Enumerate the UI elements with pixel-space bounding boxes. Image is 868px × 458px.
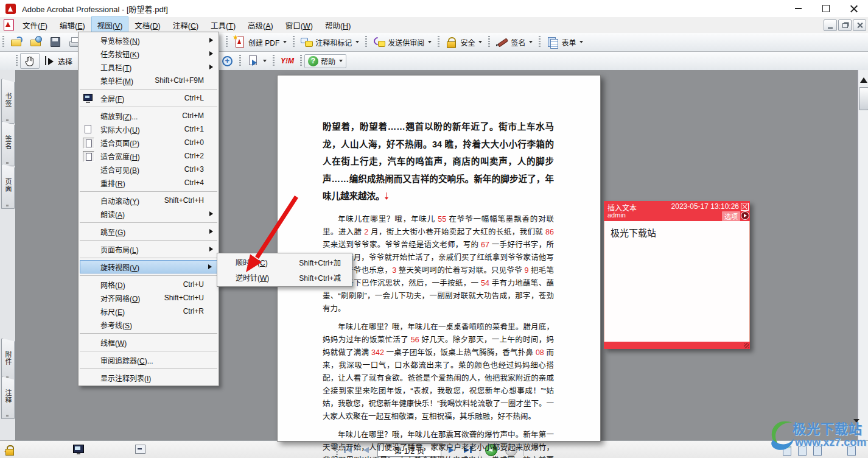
task-button-sign-pen[interactable]: 签名	[492, 34, 536, 50]
menu-shortcut: Ctrl+4	[173, 178, 204, 187]
menu-item-显示注释列表[interactable]: 显示注释列表(I)	[79, 371, 219, 384]
menu-item-审阅追踪器[interactable]: 审阅追踪器(C)...	[79, 353, 219, 367]
toolbar-grip[interactable]	[300, 55, 302, 67]
menu-item-工具栏[interactable]: 工具栏(T)	[79, 60, 219, 74]
toolbar-grip[interactable]	[239, 55, 241, 67]
insertion-caret-icon[interactable]	[385, 192, 390, 199]
document-restore-button[interactable]	[838, 19, 852, 31]
close-button[interactable]	[840, 0, 868, 17]
zoom-in-button[interactable]	[217, 53, 237, 69]
toolbar-grip[interactable]	[273, 55, 275, 67]
note-resize-bar[interactable]	[604, 342, 750, 349]
menu-item-适合宽度[interactable]: 适合宽度(H)Ctrl+2	[79, 149, 219, 163]
menu-w[interactable]: 窗口(W)	[280, 17, 318, 33]
note-body-text[interactable]: 极光下载站	[604, 221, 750, 342]
dropdown-caret-icon	[355, 41, 359, 43]
menu-item-旋转视图[interactable]: 旋转视图(V)	[80, 260, 217, 273]
maximize-icon	[822, 5, 830, 12]
toolbar-grip[interactable]	[2, 36, 4, 48]
menu-item-跳至[interactable]: 跳至(G)	[79, 225, 219, 238]
menu-h[interactable]: 帮助(H)	[320, 17, 356, 33]
toolbar-grip[interactable]	[438, 36, 439, 48]
submenu-arrow-icon	[209, 51, 213, 56]
screen-mode-icon[interactable]	[73, 445, 84, 453]
task-button-comment-markup[interactable]: 注释和标记	[297, 34, 363, 50]
open-button[interactable]	[7, 34, 26, 50]
menu-item-参考线[interactable]: 参考线(S)	[79, 318, 219, 331]
menu-v[interactable]: 视图(V)	[92, 17, 128, 33]
menu-item-页面布局[interactable]: 页面布局(L)	[79, 242, 219, 256]
menu-item-自动滚动[interactable]: 自动滚动(Y)Shift+Ctrl+H	[79, 194, 219, 207]
menu-a[interactable]: 高级(A)	[242, 17, 279, 33]
toolbar-grip[interactable]	[365, 36, 367, 48]
maximize-button[interactable]	[812, 0, 840, 17]
menu-item-适合页面[interactable]: 适合页面(P)Ctrl+0	[79, 136, 219, 149]
scroll-up-icon[interactable]	[860, 77, 867, 83]
sidebar-tab-注释[interactable]: 注释	[1, 376, 15, 419]
save-button[interactable]	[46, 34, 65, 50]
menu-item-重排[interactable]: 重排(R)Ctrl+4	[79, 176, 219, 189]
note-options-arrow-icon[interactable]	[741, 211, 749, 220]
hand-tool-button[interactable]	[20, 53, 40, 69]
scrollbar-thumb[interactable]	[859, 87, 868, 110]
help-button[interactable]: ? 帮助	[304, 54, 346, 68]
view-menu-dropdown: 导览标签(N)任务按钮(K)工具栏(T)菜单栏(M)Shift+Ctrl+F9M…	[78, 32, 219, 386]
toolbar-grip[interactable]	[226, 36, 228, 48]
task-button-security-lock[interactable]: 安全	[442, 34, 486, 50]
toolbar-grip[interactable]	[539, 36, 541, 48]
sticky-note-popup[interactable]: 插入文本 2023-05-17 13:10:26 admin 选项 极光下载站	[604, 201, 750, 349]
task-button-forms[interactable]: 表单	[543, 34, 587, 50]
document-close-button[interactable]	[853, 19, 866, 31]
toolbar-grip[interactable]	[293, 36, 295, 48]
menu-item-适合可见[interactable]: 适合可见(B)Ctrl+3	[79, 163, 219, 176]
minimize-button[interactable]	[784, 0, 812, 17]
sidebar-tab-附件[interactable]: 附件	[1, 338, 15, 381]
dropdown-caret-icon	[339, 60, 343, 62]
dropdown-caret-icon	[263, 60, 267, 62]
security-status-icon[interactable]: ✦	[4, 444, 16, 456]
menu-t[interactable]: 工具(T)	[205, 17, 241, 33]
menu-item-网格[interactable]: 网格(D)Ctrl+U	[79, 278, 219, 291]
menu-item-导览标签[interactable]: 导览标签(N)	[79, 33, 219, 47]
menu-item-朗读[interactable]: 朗读(A)	[79, 207, 219, 220]
menu-item-实际大小[interactable]: 实际大小(U)Ctrl+1	[79, 122, 219, 136]
menu-item-菜单栏[interactable]: 菜单栏(M)Shift+Ctrl+F9M	[79, 74, 219, 87]
menu-shortcut: Ctrl+M	[171, 111, 204, 120]
sidebar-tab-书签[interactable]: 书签	[1, 79, 15, 124]
security-lock-icon	[446, 36, 458, 48]
hand-tool-icon	[24, 55, 36, 67]
site-watermark: 极光下载站 www.xz7.com	[768, 409, 868, 458]
menu-item-线框[interactable]: 线框(W)	[79, 336, 219, 349]
document-minimize-button[interactable]	[824, 19, 837, 31]
menu-shortcut: Ctrl+2	[173, 152, 204, 160]
note-close-button[interactable]	[741, 203, 749, 211]
menu-c[interactable]: 注释(C)	[167, 17, 204, 33]
menu-item-全屏[interactable]: 全屏(F)Ctrl+L	[79, 91, 219, 105]
select-tool-button[interactable]: 选择	[40, 53, 76, 69]
watermark-site-name: 极光下载站	[793, 418, 863, 437]
sticky-note-header[interactable]: 插入文本 2023-05-17 13:10:26 admin 选项	[604, 201, 750, 221]
menu-f[interactable]: 文件(F)	[17, 17, 53, 33]
toolbar-grip[interactable]	[16, 55, 18, 67]
task-button-send-review[interactable]: 发送供审阅	[369, 34, 435, 50]
page-navigation-button[interactable]	[243, 53, 270, 69]
sidebar-tab-页面[interactable]: 页面	[1, 164, 15, 209]
note-options-button[interactable]: 选项	[722, 211, 740, 221]
menu-item-标尺[interactable]: 标尺(E)Ctrl+R	[79, 305, 219, 318]
menu-item-逆时针[interactable]: 逆时针(W)Shift+Ctrl+减	[217, 270, 352, 285]
menu-item-顺时针[interactable]: 顺时针(C)Shift+Ctrl+加	[217, 255, 352, 270]
vertical-scrollbar[interactable]	[858, 70, 868, 440]
menu-item-对齐网格[interactable]: 对齐网格(O)Shift+Ctrl+U	[79, 291, 219, 305]
menu-item-缩放到[interactable]: 缩放到(Z)...Ctrl+M	[79, 109, 219, 122]
document-paragraph: 年味儿在哪里？哦，年味儿在那震耳欲聋的爆竹声中。新年第一天零点开始，人们便没了睡…	[323, 429, 554, 458]
yahoo-search-button[interactable]: Y!M	[277, 55, 298, 67]
task-button-create-pdf[interactable]: ★创建 PDF	[230, 34, 290, 50]
menu-e[interactable]: 编辑(E)	[54, 17, 91, 33]
window-mode-icon[interactable]	[135, 445, 145, 454]
toolbar-grip[interactable]	[488, 36, 490, 48]
sidebar-tab-签名[interactable]: 签名	[1, 121, 15, 166]
menu-item-任务按钮[interactable]: 任务按钮(K)	[79, 47, 219, 60]
open-web-button[interactable]	[26, 34, 46, 50]
menu-d[interactable]: 文档(D)	[129, 17, 166, 33]
title-bar: Adobe Acrobat Professional - [盼望着.pdf]	[0, 0, 868, 18]
